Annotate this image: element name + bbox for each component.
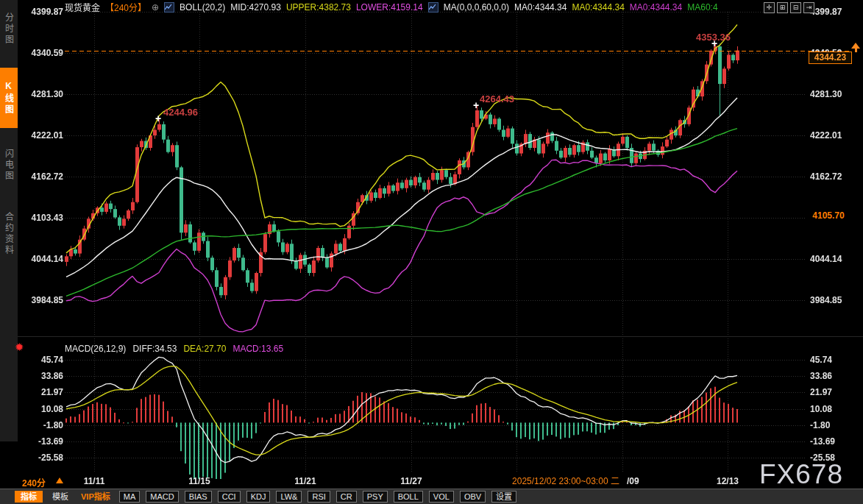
indicator-button-设置[interactable]: 设置 [491,491,516,503]
header-text: MACD(26,12,9) [65,344,126,354]
header-text: DIFF:34.53 [132,344,177,354]
indicator-button-CR[interactable]: CR [336,491,357,503]
indicator-chart-icon [428,2,438,13]
price-axis-label-right: 4162.72 [810,171,842,182]
sidebar-item-2[interactable]: 闪电图 [0,137,18,193]
header-text: MA(0,0,0,60,0,0) [444,2,509,13]
price-axis-label-right: 4399.87 [810,7,842,17]
price-axis-label: 33.86 [18,371,63,381]
price-axis-label-right: 4044.14 [810,254,842,264]
price-up-arrow-marker [851,43,860,52]
indicator-chart-icon [164,2,174,13]
indicator-button-VOL[interactable]: VOL [429,491,454,503]
header-text: 现货黄金 [65,1,100,13]
price-axis-label: 45.74 [18,355,63,365]
swing-price-label: 4244.96 [163,107,198,118]
indicator-button-PSY[interactable]: PSY [363,491,388,503]
indicator-button-RSI[interactable]: RSI [308,491,330,503]
swing-high-marker: + [473,100,479,110]
header-text: MA60:4 [687,2,717,13]
macd-header: MACD(26,12,9)DIFF:34.53DEA:27.70MACD:13.… [65,343,283,354]
indicator-toolbar: 指标模板VIP指标MAMACDBIASCCIKDJLW&RSICRPSYBOLL… [0,489,863,504]
scale-down-icon[interactable]: ⊟ [790,2,801,13]
price-axis-label: 4162.72 [18,171,63,182]
x-axis-label: /09 [627,476,639,486]
price-axis-label-right: 3984.85 [810,295,842,305]
header-text: MA0:4344.34 [514,2,567,13]
header-text: 【240分】 [105,1,146,13]
reference-price-box: 4105.70 [809,210,848,221]
price-axis-label: 4222.01 [18,130,63,141]
price-axis-label-right: -13.69 [810,436,835,447]
period-dropdown-arrow[interactable] [56,478,63,483]
x-axis-row: 240分 2025/12/02 23:00~03:00 二 11/1111/15… [0,475,863,489]
header-text: MA0:4344.34 [572,2,624,13]
x-axis-label: 11/21 [292,476,319,486]
price-axis-label-right: 21.97 [810,387,832,397]
chart-canvas[interactable] [0,0,863,504]
add-circle-icon[interactable]: ⊕ [152,2,159,13]
sidebar-item-3[interactable]: 合约资料 [0,197,18,271]
last-price-box: 4344.23 [809,52,852,64]
price-axis-label-right: 4222.01 [810,130,842,141]
watermark-logo: FX678 [759,459,843,490]
indicator-button-MA[interactable]: MA [119,491,141,503]
indicator-button-KDJ[interactable]: KDJ [246,491,271,503]
price-axis-label-right: 45.74 [810,355,832,365]
toolbar-tab-模板[interactable]: 模板 [49,491,72,503]
price-axis-label-right: 33.86 [810,371,832,381]
sidebar-item-0[interactable]: 分时图 [0,4,18,53]
price-axis-label-right: -1.80 [810,420,830,430]
indicator-button-LW&[interactable]: LW& [276,491,302,503]
arrow-stem [855,49,857,52]
panel-splitter[interactable] [18,336,863,337]
indicator-button-BOLL[interactable]: BOLL [394,491,423,503]
x-axis-label: 11/15 [186,476,213,486]
chart-window: 分时图K线图闪电图合约资料 ✹ 现货黄金【240分】⊕BOLL(20,2)MID… [0,0,863,504]
price-axis-label: 10.08 [18,404,63,414]
price-axis-label: 4399.87 [18,7,63,17]
x-axis-label: 12/13 [714,476,741,486]
period-label[interactable]: 240分 [22,476,46,489]
indicator-button-MACD[interactable]: MACD [146,491,178,503]
chart-tool-icons: ✛⊞⊟⇥ [764,2,814,13]
x-axis-label: 11/11 [81,476,107,486]
sidebar-item-1[interactable]: K线图 [0,68,18,128]
pan-right-icon[interactable]: ⇥ [803,2,814,13]
toolbar-tab-VIP指标[interactable]: VIP指标 [78,491,113,503]
price-axis-label: 3984.85 [18,295,63,305]
header-text: MA0:4344.34 [630,2,682,13]
header-text: MACD:13.65 [232,344,283,354]
header-text: MID:4270.93 [230,2,281,13]
swing-high-marker: + [155,113,161,124]
indicator-button-OBV[interactable]: OBV [460,491,486,503]
indicator-button-BIAS[interactable]: BIAS [185,491,212,503]
swing-high-marker: + [711,38,717,49]
price-axis-label: -13.69 [18,436,63,447]
header-text: LOWER:4159.14 [356,2,423,13]
indicator-header: 现货黄金【240分】⊕BOLL(20,2)MID:4270.93UPPER:43… [65,1,718,13]
x-axis-label: 11/27 [398,476,425,486]
indicator-button-CCI[interactable]: CCI [218,491,241,503]
price-axis-label: 4044.14 [18,254,63,264]
alert-burst-icon[interactable]: ✹ [15,341,24,354]
arrow-head [851,43,860,49]
sidebar: 分时图K线图闪电图合约资料 [0,0,18,441]
price-axis-label-right: 10.08 [810,404,832,414]
crosshair-icon[interactable]: ✛ [764,2,775,13]
toolbar-tab-指标[interactable]: 指标 [15,491,43,503]
scale-up-icon[interactable]: ⊞ [777,2,788,13]
crosshair-date-tooltip: 2025/12/02 23:00~03:00 二 [505,475,627,488]
price-axis-label: -25.58 [18,452,63,463]
header-text: DEA:27.70 [183,344,226,354]
price-axis-label: 4103.43 [18,213,63,223]
header-text: BOLL(20,2) [180,2,225,13]
header-text: UPPER:4382.73 [286,2,351,13]
price-axis-label: -1.80 [18,420,63,430]
price-axis-label: 21.97 [18,387,63,397]
price-axis-label: 4281.30 [18,89,63,99]
price-axis-label: 4340.59 [18,48,63,58]
swing-price-label: 4264.43 [480,93,514,104]
price-axis-label-right: 4281.30 [810,89,842,99]
